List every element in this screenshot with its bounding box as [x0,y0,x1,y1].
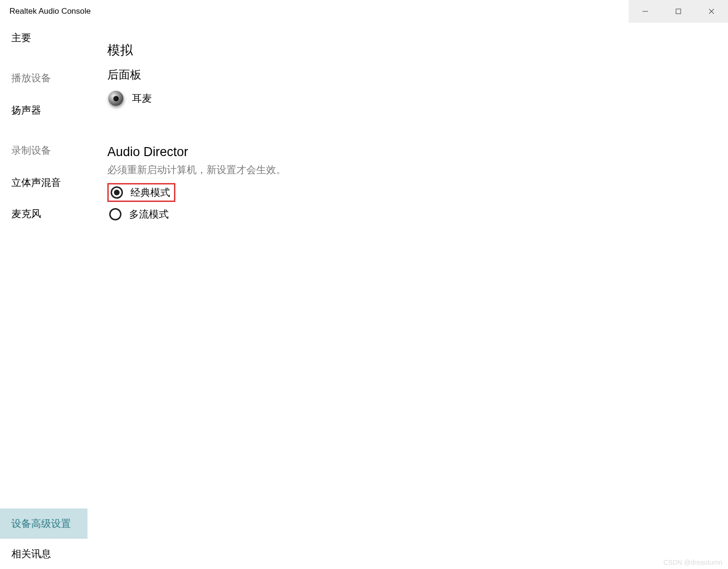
radio-classic-mode[interactable]: 经典模式 [107,183,175,202]
maximize-icon [675,8,682,15]
close-icon [708,8,715,15]
radio-label-multistream: 多流模式 [129,208,169,221]
audio-director-note: 必须重新启动计算机，新设置才会生效。 [107,163,728,176]
sidebar-item-microphone[interactable]: 麦克风 [11,207,103,220]
window-title: Realtek Audio Console [9,7,91,16]
audio-director-heading: Audio Director [107,145,728,159]
sidebar-item-related-info[interactable]: 相关讯息 [0,539,103,569]
sidebar-item-advanced-settings[interactable]: 设备高级设置 [0,508,87,539]
audio-jack-icon [107,90,124,107]
radio-button-icon [109,208,121,220]
content-area: 模拟 后面板 耳麦 Audio Director 必须重新启动计算机，新设置才会… [103,23,728,569]
rear-panel-heading: 后面板 [107,67,728,82]
sidebar-bottom: 设备高级设置 相关讯息 [0,508,103,569]
sidebar-item-speakers[interactable]: 扬声器 [11,104,103,117]
minimize-button[interactable] [629,0,662,23]
sidebar-item-main[interactable]: 主要 [11,31,103,44]
analog-heading: 模拟 [107,42,728,59]
maximize-button[interactable] [662,0,695,23]
device-row-headset[interactable]: 耳麦 [107,90,728,107]
svg-rect-1 [676,9,681,14]
audio-director-section: Audio Director 必须重新启动计算机，新设置才会生效。 经典模式 多… [107,145,728,224]
sidebar: 主要 播放设备 扬声器 录制设备 立体声混音 麦克风 设备高级设置 相关讯息 [0,23,103,569]
titlebar: Realtek Audio Console [0,0,728,23]
sidebar-item-stereo-mix[interactable]: 立体声混音 [11,176,103,189]
sidebar-section-recording: 录制设备 [11,144,103,157]
minimize-icon [641,8,649,15]
radio-dot-icon [114,190,120,195]
radio-button-icon [111,186,123,199]
close-button[interactable] [695,0,728,23]
radio-multistream-mode[interactable]: 多流模式 [107,205,173,224]
app-body: 主要 播放设备 扬声器 录制设备 立体声混音 麦克风 设备高级设置 相关讯息 模… [0,23,728,569]
radio-label-classic: 经典模式 [130,186,170,199]
window-controls [629,0,728,23]
sidebar-section-playback: 播放设备 [11,71,103,85]
device-label-headset: 耳麦 [132,92,152,105]
